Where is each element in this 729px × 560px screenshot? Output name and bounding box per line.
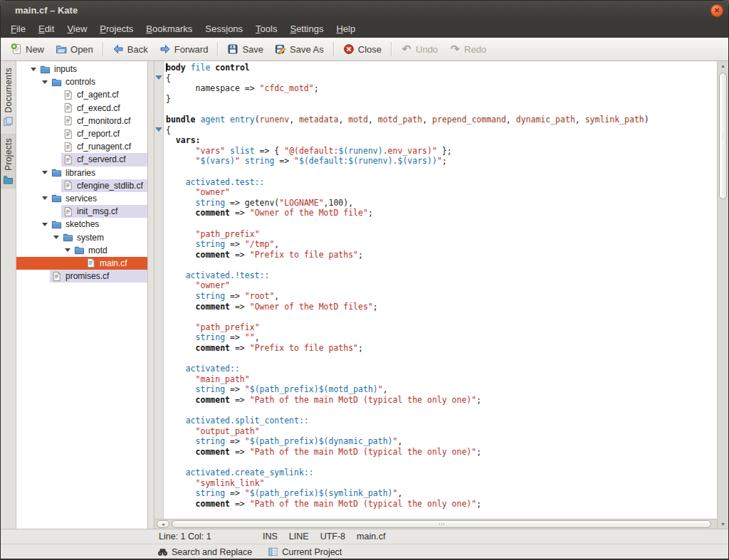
new-button[interactable]: New (5, 41, 50, 57)
code-line: comment => "Owner of the MotD files"; (166, 302, 717, 312)
code-line: string => "$(path_prefix)$(symlink_path)… (166, 488, 717, 499)
menu-tools[interactable]: Tools (249, 21, 283, 38)
menu-bookmarks[interactable]: Bookmarks (140, 21, 199, 38)
code-line: comment => "Owner of the MotD file"; (166, 208, 717, 218)
menu-projects[interactable]: Projects (93, 21, 140, 38)
tree-item-libraries[interactable]: libraries (16, 167, 147, 179)
scroll-down-icon[interactable]: ▼ (718, 522, 728, 527)
folding-gutter[interactable] (154, 61, 164, 519)
insert-mode[interactable]: INS (263, 532, 278, 541)
undo-button[interactable]: ↶Undo (395, 41, 444, 57)
fold-marker-icon[interactable] (155, 75, 162, 80)
menu-edit[interactable]: Edit (32, 21, 61, 38)
toolbar-label: Close (358, 44, 382, 55)
tree-item-cf_serverd.cf[interactable]: cf_serverd.cf (16, 153, 147, 166)
horizontal-scroll-thumb[interactable] (172, 520, 711, 528)
window-close-icon[interactable]: ✕ (710, 4, 723, 17)
toolbar-separator (391, 42, 392, 56)
menu-sessions[interactable]: Sessions (199, 21, 249, 38)
project-file-tree[interactable]: inputscontrolscf_agent.cfcf_execd.cfcf_m… (16, 61, 148, 529)
scroll-up-icon[interactable]: ▲ (718, 63, 728, 68)
file-icon (85, 258, 96, 268)
tree-item-promises.cf[interactable]: promises.cf (16, 270, 147, 282)
sidebar-tab-projects[interactable]: Projects (1, 134, 16, 189)
folder-icon (74, 245, 85, 255)
tree-item-motd[interactable]: motd (16, 244, 147, 257)
expander-icon[interactable] (42, 80, 50, 84)
file-icon (63, 154, 73, 165)
open-button[interactable]: Open (50, 41, 99, 57)
panel-splitter[interactable] (148, 61, 154, 529)
toolbar-label: Open (70, 44, 93, 55)
redo-button[interactable]: ↷Redo (444, 41, 492, 57)
documents-icon (3, 116, 14, 127)
scroll-grip (723, 136, 723, 137)
tree-item-services[interactable]: services (16, 192, 147, 205)
tree-item-cfengine_stdlib.cf[interactable]: cfengine_stdlib.cf (16, 179, 147, 192)
encoding[interactable]: UTF-8 (320, 532, 345, 541)
code-line: "owner" (166, 187, 717, 198)
tree-item-label: inputs (54, 64, 77, 74)
tree-item-content: cf_agent.cf (61, 88, 147, 101)
tree-item-cf_monitord.cf[interactable]: cf_monitord.cf (16, 115, 147, 127)
tree-item-cf_runagent.cf[interactable]: cf_runagent.cf (16, 140, 147, 153)
close-button[interactable]: Close (337, 41, 387, 57)
expander-icon[interactable] (42, 223, 50, 226)
code-editor[interactable]: body file control{ namespace => "cfdc_mo… (164, 61, 717, 519)
file-icon (63, 180, 73, 191)
code-line: "main_path" (166, 374, 717, 385)
toolbar-label: Redo (464, 44, 486, 55)
expander-icon[interactable] (65, 248, 73, 252)
tree-item-cf_execd.cf[interactable]: cf_execd.cf (16, 102, 147, 115)
sidebar-tab-documents[interactable]: Documents (1, 63, 16, 130)
toolbar-label: New (26, 44, 44, 55)
tree-item-cf_report.cf[interactable]: cf_report.cf (16, 127, 147, 140)
code-line: string => "$(path_prefix)$(dynamic_path)… (166, 436, 717, 447)
code-line: body file control (166, 63, 717, 73)
toolbar-separator (217, 42, 218, 56)
menu-view[interactable]: View (61, 21, 93, 38)
save-button[interactable]: Save (221, 41, 269, 57)
tree-item-inputs[interactable]: inputs (16, 63, 147, 75)
search-and-replace-button[interactable]: Search and Replace (157, 546, 252, 557)
fold-marker-icon[interactable] (155, 127, 162, 132)
code-line: "$(vars)" string => "$(default:$(runenv)… (166, 156, 717, 167)
selection-mode[interactable]: LINE (289, 532, 309, 541)
tree-item-label: promises.cf (65, 271, 109, 281)
sidebar-tab-strip: DocumentsProjects (1, 61, 16, 529)
vertical-scrollbar[interactable]: ▲ ▼ (717, 61, 728, 529)
menu-file[interactable]: File (4, 21, 32, 38)
menu-help[interactable]: Help (330, 21, 362, 38)
vertical-scroll-thumb[interactable] (719, 73, 727, 199)
tree-item-sketches[interactable]: sketches (16, 218, 147, 231)
forward-button[interactable]: Forward (154, 41, 214, 57)
title-bar[interactable]: main.cf – Kate ✕ (1, 1, 728, 21)
file-icon (63, 129, 73, 139)
save-as-button[interactable]: Save As (269, 41, 330, 57)
code-line (166, 167, 717, 177)
tree-item-cf_agent.cf[interactable]: cf_agent.cf (16, 88, 147, 101)
menu-settings[interactable]: Settings (283, 21, 330, 38)
tree-item-label: libraries (65, 168, 95, 178)
expander-icon[interactable] (42, 171, 50, 174)
code-line: activated:: (166, 364, 717, 374)
expander-icon[interactable] (31, 68, 38, 71)
saveas-icon (275, 43, 286, 55)
tree-item-system[interactable]: system (16, 231, 147, 243)
horizontal-scrollbar[interactable]: ◂ (154, 519, 717, 529)
code-line: activated.test:: (166, 177, 717, 188)
tree-item-controls[interactable]: controls (16, 75, 147, 88)
tree-item-init_msg.cf[interactable]: init_msg.cf (16, 205, 147, 218)
tree-item-content: system (61, 231, 147, 243)
folder-icon (63, 232, 73, 243)
code-line: "path_prefix" (166, 322, 717, 333)
code-line (166, 312, 717, 322)
scroll-left-icon[interactable]: ◂ (157, 520, 169, 528)
code-line: { (166, 73, 717, 84)
expander-icon[interactable] (42, 196, 50, 200)
back-button[interactable]: Back (107, 41, 154, 57)
expander-icon[interactable] (53, 236, 61, 239)
current-project-button[interactable]: Current Project (268, 546, 342, 557)
folder-icon (51, 193, 62, 204)
tree-item-main.cf[interactable]: main.cf (16, 257, 147, 270)
